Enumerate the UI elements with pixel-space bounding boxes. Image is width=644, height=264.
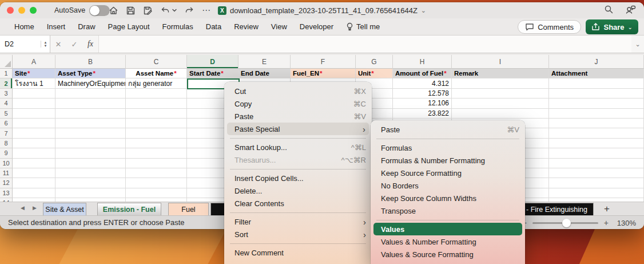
cell-A8[interactable] bbox=[13, 139, 55, 148]
cell-C4[interactable] bbox=[126, 98, 187, 108]
cell-J6[interactable] bbox=[549, 119, 644, 128]
ribbon-tab-view[interactable]: View bbox=[265, 22, 293, 31]
ribbon-tab-data[interactable]: Data bbox=[200, 22, 228, 31]
home-icon[interactable] bbox=[109, 6, 118, 15]
cell-A4[interactable] bbox=[13, 98, 55, 108]
cell-B2[interactable]: MachineryOrEquipment bbox=[55, 78, 126, 88]
context-menu-item-paste[interactable]: Paste⌘V bbox=[224, 110, 372, 123]
cell-A1[interactable]: Site* bbox=[13, 69, 55, 78]
row-header-13[interactable]: 13 bbox=[0, 188, 13, 198]
sheet-tab-emission-fuel[interactable]: Emission - Fuel bbox=[97, 203, 161, 215]
context-menu-item-cut[interactable]: Cut⌘X bbox=[224, 85, 372, 97]
cell-B5[interactable] bbox=[55, 109, 126, 119]
cell-J8[interactable] bbox=[549, 139, 644, 148]
context-menu-item-copy[interactable]: Copy⌘C bbox=[224, 97, 372, 110]
ribbon-tab-insert[interactable]: Insert bbox=[41, 22, 72, 31]
cell-J1[interactable]: Attachment bbox=[549, 69, 644, 78]
cell-J13[interactable] bbox=[549, 188, 644, 198]
cell-C9[interactable] bbox=[126, 148, 187, 158]
cell-A10[interactable] bbox=[13, 159, 55, 168]
save-as-icon[interactable] bbox=[143, 6, 153, 15]
cell-C6[interactable] bbox=[126, 119, 187, 128]
cell-J5[interactable] bbox=[549, 109, 644, 119]
cell-J2[interactable] bbox=[549, 78, 644, 88]
comments-button[interactable]: Comments bbox=[518, 20, 581, 34]
cell-H3[interactable]: 12.578 bbox=[393, 89, 452, 98]
context-menu-item-smart-lookup[interactable]: Smart Lookup...^⌘L bbox=[224, 141, 372, 153]
cell-A3[interactable] bbox=[13, 89, 55, 98]
col-header-D[interactable]: D bbox=[187, 55, 238, 69]
cell-J11[interactable] bbox=[549, 168, 644, 178]
context-menu-item-paste-special[interactable]: Paste Special› bbox=[227, 123, 369, 135]
context-menu-item-clear-contents[interactable]: Clear Contents bbox=[224, 197, 372, 210]
fullscreen-button[interactable] bbox=[30, 7, 37, 14]
cell-C12[interactable] bbox=[126, 178, 187, 188]
context-menu-item-sort[interactable]: Sort› bbox=[224, 228, 372, 241]
cell-A9[interactable] bbox=[13, 148, 55, 158]
sheet-tab-site-asset[interactable]: Site & Asset bbox=[43, 203, 86, 215]
cell-J4[interactable] bbox=[549, 98, 644, 108]
select-all-corner[interactable] bbox=[0, 55, 13, 69]
cell-I4[interactable] bbox=[452, 98, 549, 108]
row-header-10[interactable]: 10 bbox=[0, 159, 13, 168]
paste-special-item-values-source-formatting[interactable]: Values & Source Formatting bbox=[371, 248, 525, 261]
cell-F1[interactable]: Fuel_EN* bbox=[291, 69, 356, 78]
cell-B4[interactable] bbox=[55, 98, 126, 108]
context-menu-item-insert-copied-cells[interactable]: Insert Copied Cells... bbox=[224, 172, 372, 184]
cell-C5[interactable] bbox=[126, 109, 187, 119]
zoom-in-button[interactable]: + bbox=[604, 218, 609, 227]
paste-special-item-transpose[interactable]: Transpose bbox=[371, 204, 525, 217]
row-header-4[interactable]: 4 bbox=[0, 98, 13, 108]
cell-H4[interactable]: 12.106 bbox=[393, 98, 452, 108]
col-header-I[interactable]: I bbox=[452, 55, 549, 69]
cell-B9[interactable] bbox=[55, 148, 126, 158]
col-header-J[interactable]: J bbox=[549, 55, 644, 69]
cell-J7[interactable] bbox=[549, 128, 644, 138]
formula-bar-chevron-icon[interactable]: ⌄ bbox=[631, 36, 644, 53]
cell-H1[interactable]: Amount of Fuel* bbox=[393, 69, 452, 78]
cell-B6[interactable] bbox=[55, 119, 126, 128]
cell-I5[interactable] bbox=[452, 109, 549, 119]
cell-A11[interactable] bbox=[13, 168, 55, 178]
cell-H5[interactable]: 23.822 bbox=[393, 109, 452, 119]
tell-me-button[interactable]: Tell me bbox=[340, 22, 386, 31]
context-menu-item-filter[interactable]: Filter› bbox=[224, 215, 372, 228]
paste-special-item-no-borders[interactable]: No Borders bbox=[371, 179, 525, 192]
cell-A5[interactable] bbox=[13, 109, 55, 119]
autosave-toggle[interactable] bbox=[89, 5, 110, 16]
cell-A7[interactable] bbox=[13, 128, 55, 138]
share-button[interactable]: Share ⌄ bbox=[586, 19, 638, 34]
col-header-H[interactable]: H bbox=[393, 55, 452, 69]
cell-B10[interactable] bbox=[55, 159, 126, 168]
cell-I1[interactable]: Remark bbox=[452, 69, 549, 78]
formula-input[interactable] bbox=[98, 36, 631, 53]
cell-J10[interactable] bbox=[549, 159, 644, 168]
ribbon-tab-review[interactable]: Review bbox=[228, 22, 265, 31]
ribbon-tab-home[interactable]: Home bbox=[8, 22, 41, 31]
zoom-slider[interactable] bbox=[532, 222, 598, 224]
row-header-1[interactable]: 1 bbox=[0, 69, 13, 78]
cell-I2[interactable] bbox=[452, 78, 549, 88]
row-header-8[interactable]: 8 bbox=[0, 139, 13, 148]
cell-C7[interactable] bbox=[126, 128, 187, 138]
context-menu-item-new-comment[interactable]: New Comment bbox=[224, 246, 372, 259]
col-header-B[interactable]: B bbox=[55, 55, 126, 69]
cell-C8[interactable] bbox=[126, 139, 187, 148]
cell-B3[interactable] bbox=[55, 89, 126, 98]
cell-A12[interactable] bbox=[13, 178, 55, 188]
save-icon[interactable] bbox=[126, 6, 136, 15]
cell-C3[interactable] bbox=[126, 89, 187, 98]
col-header-A[interactable]: A bbox=[13, 55, 55, 69]
cell-H2[interactable]: 4.312 bbox=[393, 78, 452, 88]
row-header-2[interactable]: 2 bbox=[0, 78, 13, 88]
cell-A13[interactable] bbox=[13, 188, 55, 198]
row-header-9[interactable]: 9 bbox=[0, 148, 13, 158]
cell-I3[interactable] bbox=[452, 89, 549, 98]
paste-special-item-formulas[interactable]: Formulas bbox=[371, 141, 525, 154]
redo-button[interactable] bbox=[184, 6, 194, 15]
paste-special-item-paste[interactable]: Paste⌘V bbox=[371, 123, 525, 136]
cell-D1[interactable]: Start Date* bbox=[187, 69, 238, 78]
row-header-5[interactable]: 5 bbox=[0, 109, 13, 119]
insert-function-button[interactable]: fx bbox=[82, 36, 98, 53]
cell-C13[interactable] bbox=[126, 188, 187, 198]
